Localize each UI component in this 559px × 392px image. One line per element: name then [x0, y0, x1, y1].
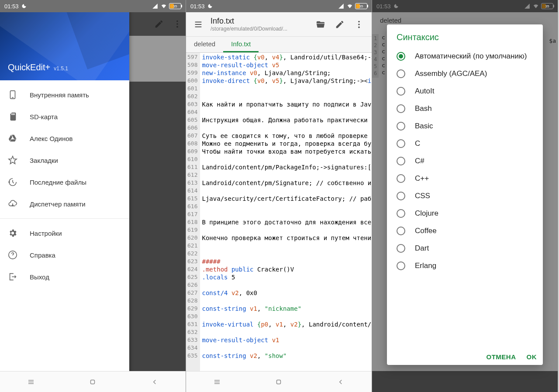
radio-icon: [397, 139, 405, 148]
drawer-item-gear[interactable]: Настройки: [0, 222, 129, 244]
option-label: Assembly (AGC/AEA): [415, 69, 487, 78]
syntax-option[interactable]: Clojure: [387, 205, 543, 222]
syntax-option[interactable]: Assembly (AGC/AEA): [387, 65, 543, 83]
android-nav-bar: [0, 371, 186, 392]
syntax-option[interactable]: C#: [387, 152, 543, 170]
option-label: Dart: [415, 244, 429, 253]
drawer-item-sd[interactable]: SD-карта: [0, 106, 129, 127]
option-label: Bash: [415, 104, 432, 113]
syntax-option[interactable]: C++: [387, 170, 543, 187]
app-title: QuickEdit+: [8, 62, 50, 72]
syntax-option[interactable]: Bash: [387, 100, 543, 117]
option-label: Автоматический (по умолчанию): [415, 52, 527, 61]
svg-rect-6: [13, 113, 14, 115]
drawer-item-label: Настройки: [30, 230, 62, 237]
drawer-item-label: SD-карта: [30, 113, 58, 120]
status-bar: 01:53 35: [0, 0, 186, 12]
line-gutter: 5975985996006016026036046056066076086096…: [186, 53, 200, 371]
radio-icon: [397, 87, 405, 96]
drawer-item-help[interactable]: Справка: [0, 244, 129, 266]
syntax-option[interactable]: Erlang: [387, 257, 543, 275]
editor-toolbar: Info.txt /storage/emulated/0/Download/..…: [186, 12, 372, 37]
radio-icon: [397, 227, 405, 235]
drawer-item-label: Выход: [30, 273, 49, 281]
option-label: C#: [415, 157, 424, 165]
drawer-item-cloud[interactable]: Диспетчер памяти: [0, 193, 129, 215]
radio-icon: [397, 157, 405, 165]
drawer-item-label: Справка: [30, 251, 55, 259]
option-label: Clojure: [415, 209, 438, 218]
option-label: Erlang: [415, 261, 436, 270]
tab-bar: deletedInfo.txt: [186, 37, 372, 53]
svg-point-11: [358, 24, 360, 25]
option-label: C: [415, 139, 420, 148]
drawer-item-star[interactable]: Закладки: [0, 149, 129, 171]
syntax-option[interactable]: Автоматический (по умолчанию): [387, 48, 543, 65]
syntax-options-list: Автоматический (по умолчанию)Assembly (A…: [387, 46, 543, 349]
edit-button[interactable]: [331, 15, 349, 34]
syntax-option[interactable]: C: [387, 135, 543, 152]
svg-rect-7: [14, 113, 15, 115]
menu-button[interactable]: [188, 20, 209, 29]
syntax-option[interactable]: Coffee: [387, 222, 543, 240]
home-button[interactable]: [275, 378, 283, 386]
radio-icon: [397, 104, 405, 113]
dialog-title: Синтаксис: [387, 24, 543, 46]
ok-button[interactable]: OK: [527, 353, 537, 361]
drawer-item-label: Диспетчер памяти: [30, 200, 86, 208]
tab-Info.txt[interactable]: Info.txt: [223, 37, 259, 52]
drawer-list: Внутренняя памятьSD-картаАлекс ОдиновЗак…: [0, 80, 129, 392]
recents-button[interactable]: [27, 378, 35, 386]
option-label: Coffee: [415, 227, 437, 235]
drawer-header: QuickEdit+v1.5.1: [0, 12, 129, 80]
drawer-item-label: Алекс Одинов: [30, 135, 73, 142]
moon-icon: [21, 3, 27, 9]
file-path: /storage/emulated/0/Download/...: [210, 26, 311, 32]
code-editor[interactable]: 5975985996006016026036046056066076086096…: [186, 53, 372, 371]
tab-deleted[interactable]: deleted: [186, 37, 223, 52]
file-title: Info.txt: [210, 17, 311, 26]
radio-icon: [397, 261, 405, 270]
back-button[interactable]: [151, 378, 159, 386]
back-button[interactable]: [337, 378, 345, 386]
svg-point-12: [358, 26, 360, 28]
option-label: AutoIt: [415, 87, 434, 96]
radio-icon: [397, 122, 405, 131]
svg-rect-9: [91, 380, 95, 384]
drawer-item-exit[interactable]: Выход: [0, 266, 129, 288]
syntax-option[interactable]: CSS: [387, 187, 543, 205]
overflow-button[interactable]: [350, 15, 368, 34]
drawer-item-label: Закладки: [30, 157, 58, 164]
signal-icon: [152, 3, 159, 9]
home-button[interactable]: [89, 378, 97, 386]
syntax-option[interactable]: AutoIt: [387, 83, 543, 100]
svg-point-10: [358, 21, 360, 22]
radio-icon: [397, 69, 405, 78]
svg-rect-5: [11, 113, 12, 115]
navigation-drawer: 01:53 QuickEdit+v1.5.1 Внутренняя память…: [0, 0, 129, 392]
option-label: C++: [415, 174, 429, 183]
app-version: v1.5.1: [54, 65, 68, 72]
radio-icon: [397, 174, 405, 183]
drawer-item-history[interactable]: Последние файлы: [0, 171, 129, 193]
drawer-item-label: Последние файлы: [30, 179, 86, 186]
option-label: Basic: [415, 122, 433, 131]
cancel-button[interactable]: ОТМЕНА: [487, 353, 516, 361]
radio-icon: [397, 52, 405, 61]
android-nav-bar: [186, 371, 372, 392]
drawer-item-label: Внутренняя память: [30, 91, 89, 99]
option-label: CSS: [415, 192, 430, 200]
syntax-option[interactable]: Dart: [387, 240, 543, 257]
radio-icon: [397, 192, 405, 200]
code-content[interactable]: invoke-static {v0, v4}, Landroid/util/Ba…: [200, 53, 372, 371]
battery-icon: 35: [169, 3, 181, 9]
recents-button[interactable]: [213, 378, 221, 386]
drawer-item-drive[interactable]: Алекс Одинов: [0, 127, 129, 149]
status-bar: 01:53 35: [186, 0, 372, 12]
radio-icon: [397, 209, 405, 218]
drawer-item-phone[interactable]: Внутренняя память: [0, 84, 129, 106]
syntax-dialog: Синтаксис Автоматический (по умолчанию)A…: [387, 24, 543, 365]
open-folder-button[interactable]: [311, 15, 330, 34]
syntax-option[interactable]: Basic: [387, 117, 543, 135]
svg-rect-13: [277, 380, 281, 384]
